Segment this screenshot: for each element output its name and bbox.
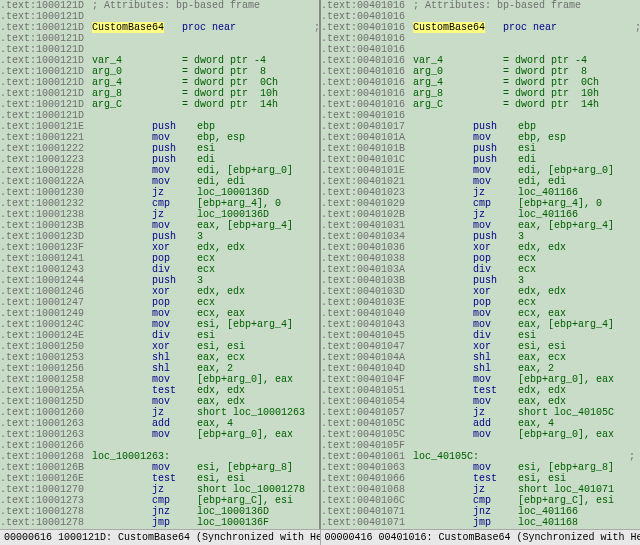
disasm-line[interactable]: .text:10001247 popecx <box>0 297 319 308</box>
disasm-line[interactable]: .text:00401016 <box>321 44 640 55</box>
disasm-label[interactable]: .text:00401061 loc_40105C: ; CODE XREF: … <box>321 451 640 462</box>
disasm-line[interactable]: .text:00401016 var_4 = dword ptr -4 <box>321 55 640 66</box>
disasm-line[interactable]: .text:10001250 xoresi, esi <box>0 341 319 352</box>
disasm-line[interactable]: .text:00401029 cmp[ebp+arg_4], 0 <box>321 198 640 209</box>
disasm-line[interactable]: .text:10001249 movecx, eax <box>0 308 319 319</box>
disasm-line[interactable]: .text:0040103E popecx <box>321 297 640 308</box>
disasm-line[interactable]: .text:00401071 jnzloc_401166 <box>321 506 640 517</box>
disasm-line[interactable]: .text:00401051 testedx, edx <box>321 385 640 396</box>
disasm-line[interactable]: .text:0040103D xoredx, edx <box>321 286 640 297</box>
disasm-line[interactable]: .text:10001241 popecx <box>0 253 319 264</box>
disasm-line[interactable]: .text:00401023 jzloc_401166 <box>321 187 640 198</box>
disasm-line[interactable]: .text:1000124E divesi <box>0 330 319 341</box>
disasm-line[interactable]: .text:1000125A testedx, edx <box>0 385 319 396</box>
disasm-line[interactable]: .text:10001244 push3 <box>0 275 319 286</box>
disasm-line[interactable]: .text:00401040 movecx, eax <box>321 308 640 319</box>
disasm-line[interactable]: .text:1000121D <box>0 44 319 55</box>
disasm-line[interactable]: .text:1000127B <box>0 528 319 529</box>
disasm-line[interactable]: .text:1000121D <box>0 110 319 121</box>
disasm-line[interactable]: .text:00401016 ; Attributes: bp-based fr… <box>321 0 640 11</box>
disasm-line[interactable]: .text:00401016 <box>321 11 640 22</box>
disasm-line[interactable]: .text:00401043 moveax, [ebp+arg_4] <box>321 319 640 330</box>
disasm-line[interactable]: .text:10001260 jzshort loc_10001263 <box>0 407 319 418</box>
disasm-line[interactable]: .text:10001258 mov[ebp+arg_0], eax <box>0 374 319 385</box>
disasm-line[interactable]: .text:00401016 <box>321 110 640 121</box>
disasm-line[interactable]: .text:0040101C pushedi <box>321 154 640 165</box>
disasm-line[interactable]: .text:10001263 addeax, 4 <box>0 418 319 429</box>
disasm-line[interactable]: .text:0040104F mov[ebp+arg_0], eax <box>321 374 640 385</box>
disasm-line[interactable]: .text:10001278 jnzloc_1000136D <box>0 506 319 517</box>
disasm-line[interactable]: .text:1000121D var_4 = dword ptr -4 <box>0 55 319 66</box>
disasm-line[interactable]: .text:10001238 jzloc_1000136D <box>0 209 319 220</box>
disasm-line[interactable]: .text:00401063 movesi, [ebp+arg_8] <box>321 462 640 473</box>
disasm-line[interactable]: .text:0040101E movedi, [ebp+arg_0] <box>321 165 640 176</box>
disasm-line[interactable]: .text:1000121E pushebp <box>0 121 319 132</box>
disasm-line[interactable]: .text:10001246 xoredx, edx <box>0 286 319 297</box>
disasm-line[interactable]: .text:10001228 movedi, [ebp+arg_0] <box>0 165 319 176</box>
disasm-line[interactable]: .text:0040105F <box>321 440 640 451</box>
disasm-line[interactable]: .text:00401047 xoresi, esi <box>321 341 640 352</box>
disasm-line[interactable]: .text:00401071 jmploc_401168 <box>321 517 640 528</box>
disasm-line[interactable]: .text:1000123B moveax, [ebp+arg_4] <box>0 220 319 231</box>
disasm-line[interactable]: .text:10001221 movebp, esp <box>0 132 319 143</box>
disasm-label[interactable]: .text:10001268 loc_10001263: ; CODE XREF… <box>0 451 319 462</box>
disasm-line[interactable]: .text:00401045 divesi <box>321 330 640 341</box>
disasm-line[interactable]: .text:1000122A movedi, edi <box>0 176 319 187</box>
disasm-line[interactable]: .text:00401038 popecx <box>321 253 640 264</box>
disasm-line[interactable]: .text:0040101B pushesi <box>321 143 640 154</box>
disasm-line[interactable]: .text:1000125D moveax, edx <box>0 396 319 407</box>
disasm-line[interactable]: .text:10001273 cmp[ebp+arg_C], esi <box>0 495 319 506</box>
disasm-line[interactable]: .text:00401068 jzshort loc_401071 <box>321 484 640 495</box>
disasm-line[interactable]: .text:0040104A shleax, ecx <box>321 352 640 363</box>
disasm-line[interactable]: .text:00401034 push3 <box>321 231 640 242</box>
disasm-line[interactable]: .text:1000121D <box>0 11 319 22</box>
disasm-line[interactable]: .text:1000121D CustomBase64 proc near ; … <box>0 22 319 33</box>
disasm-line[interactable]: .text:1000126E testesi, esi <box>0 473 319 484</box>
disasm-line[interactable]: .text:1000121D arg_0 = dword ptr 8 <box>0 66 319 77</box>
disasm-line[interactable]: .text:0040101A movebp, esp <box>321 132 640 143</box>
disasm-line[interactable]: .text:10001230 jzloc_1000136D <box>0 187 319 198</box>
disasm-line[interactable]: .text:1000123D push3 <box>0 231 319 242</box>
disasm-line[interactable]: .text:1000121D ; sub_100025E2+13E↓p <box>0 33 319 44</box>
disasm-line[interactable]: .text:10001270 jzshort loc_10001278 <box>0 484 319 495</box>
disasm-line[interactable]: .text:10001256 shleax, 2 <box>0 363 319 374</box>
disasm-line[interactable]: .text:00401016 arg_4 = dword ptr 0Ch <box>321 77 640 88</box>
disasm-line[interactable]: .text:0040105C mov[ebp+arg_0], eax <box>321 429 640 440</box>
disasm-line[interactable]: .text:10001232 cmp[ebp+arg_4], 0 <box>0 198 319 209</box>
disasm-line[interactable]: .text:1000126B movesi, [ebp+arg_8] <box>0 462 319 473</box>
disasm-line[interactable]: .text:00401054 moveax, edx <box>321 396 640 407</box>
disasm-line[interactable]: .text:00401057 jzshort loc_40105C <box>321 407 640 418</box>
disasm-line[interactable]: .text:00401017 pushebp <box>321 121 640 132</box>
disasm-line[interactable]: .text:00401016 arg_8 = dword ptr 10h <box>321 88 640 99</box>
disasm-line[interactable]: .text:00401036 xoredx, edx <box>321 242 640 253</box>
disasm-line[interactable]: .text:10001263 mov[ebp+arg_0], eax <box>0 429 319 440</box>
disasm-line[interactable]: .text:0040102B jzloc_401166 <box>321 209 640 220</box>
disasm-line[interactable]: .text:00401016 arg_C = dword ptr 14h <box>321 99 640 110</box>
disasm-line[interactable]: .text:0040103B push3 <box>321 275 640 286</box>
disasm-line[interactable]: .text:10001253 shleax, ecx <box>0 352 319 363</box>
disasm-line[interactable]: .text:1000123F xoredx, edx <box>0 242 319 253</box>
disasm-line[interactable]: .text:1000121D arg_C = dword ptr 14h <box>0 99 319 110</box>
disasm-line[interactable]: .text:00401066 testesi, esi <box>321 473 640 484</box>
disasm-line[interactable]: .text:00401031 moveax, [ebp+arg_4] <box>321 220 640 231</box>
disasm-line[interactable]: .text:00401016 CustomBase64 proc near ; … <box>321 22 640 33</box>
disasm-line[interactable]: .text:10001223 pushedi <box>0 154 319 165</box>
disasm-line[interactable]: .text:0040104D shleax, 2 <box>321 363 640 374</box>
disasm-line[interactable]: .text:0040103A divecx <box>321 264 640 275</box>
right-disassembly-pane[interactable]: .text:00401016 ; Attributes: bp-based fr… <box>321 0 640 529</box>
disasm-line[interactable]: .text:00401074 <box>321 528 640 529</box>
disasm-line[interactable]: .text:00401021 movedi, edi <box>321 176 640 187</box>
disasm-line[interactable]: .text:10001243 divecx <box>0 264 319 275</box>
disasm-line[interactable]: .text:1000121D ; Attributes: bp-based fr… <box>0 0 319 11</box>
disasm-line[interactable]: .text:0040105C addeax, 4 <box>321 418 640 429</box>
disasm-line[interactable]: .text:00401016 ; sub_4014CD+1A6↓p <box>321 33 640 44</box>
disasm-line[interactable]: .text:1000121D arg_4 = dword ptr 0Ch <box>0 77 319 88</box>
left-disassembly-pane[interactable]: .text:1000121D ; Attributes: bp-based fr… <box>0 0 321 529</box>
disasm-line[interactable]: .text:00401016 arg_0 = dword ptr 8 <box>321 66 640 77</box>
disasm-line[interactable]: .text:10001278 jmploc_1000136F <box>0 517 319 528</box>
disasm-line[interactable]: .text:1000121D arg_8 = dword ptr 10h <box>0 88 319 99</box>
disasm-line[interactable]: .text:1000124C movesi, [ebp+arg_4] <box>0 319 319 330</box>
disasm-line[interactable]: .text:10001222 pushesi <box>0 143 319 154</box>
disasm-line[interactable]: .text:10001266 <box>0 440 319 451</box>
disasm-line[interactable]: .text:0040106C cmp[ebp+arg_C], esi <box>321 495 640 506</box>
